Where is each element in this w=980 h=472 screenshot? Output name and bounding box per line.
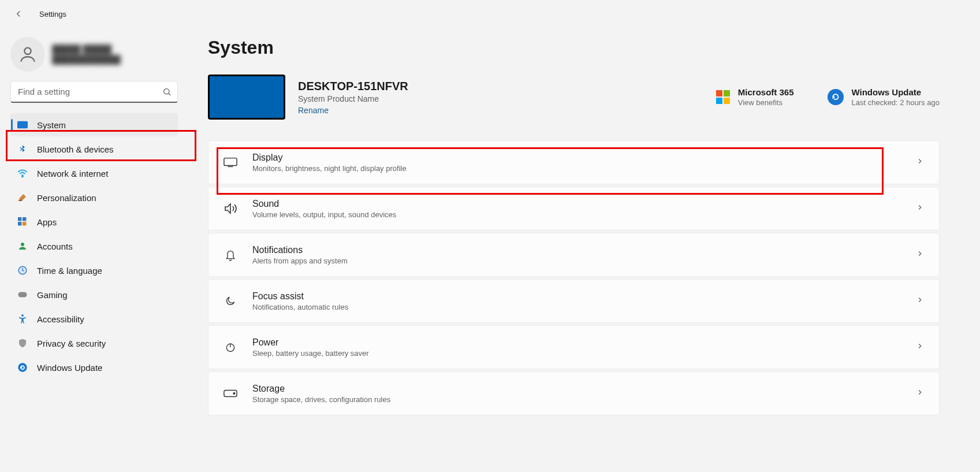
- device-product: System Product Name: [298, 94, 408, 103]
- shield-icon: [17, 338, 28, 348]
- svg-point-0: [24, 48, 31, 54]
- chevron-right-icon: [916, 342, 924, 352]
- gamepad-icon: [17, 289, 28, 300]
- svg-point-12: [21, 314, 24, 317]
- nav-item-label: Personalization: [37, 193, 96, 203]
- apps-icon: [17, 217, 28, 227]
- nav-item-label: Network & internet: [37, 169, 108, 179]
- nav-item-label: Windows Update: [37, 363, 102, 373]
- bluetooth-icon: [17, 144, 28, 154]
- nav-item-windows-update[interactable]: Windows Update: [10, 356, 178, 379]
- chevron-right-icon: [916, 203, 924, 214]
- card-sub: Monitors, brightness, night light, displ…: [252, 164, 901, 173]
- svg-rect-2: [17, 121, 28, 129]
- nav-item-label: Gaming: [37, 290, 68, 300]
- nav-item-bluetooth[interactable]: Bluetooth & devices: [10, 137, 178, 161]
- display-icon: [223, 157, 237, 168]
- card-sub: Sleep, battery usage, battery saver: [252, 349, 901, 358]
- svg-rect-11: [18, 292, 27, 298]
- windows-update-box[interactable]: Windows Update Last checked: 2 hours ago: [828, 87, 940, 107]
- nav-item-network[interactable]: Network & internet: [10, 162, 178, 185]
- nav-item-gaming[interactable]: Gaming: [10, 283, 178, 306]
- device-thumb: [208, 75, 285, 120]
- clock-icon: [17, 265, 28, 276]
- search-input[interactable]: [18, 87, 162, 96]
- card-display[interactable]: Display Monitors, brightness, night ligh…: [208, 140, 940, 184]
- device-info: DESKTOP-151NFVR System Product Name Rena…: [298, 80, 408, 115]
- person-icon: [18, 44, 38, 64]
- nav-item-label: Privacy & security: [37, 339, 106, 348]
- wifi-icon: [17, 168, 28, 179]
- chevron-right-icon: [916, 388, 924, 399]
- card-sub: Alerts from apps and system: [252, 257, 901, 265]
- sound-icon: [223, 203, 237, 214]
- bell-icon: [223, 248, 237, 261]
- nav-item-privacy[interactable]: Privacy & security: [10, 332, 178, 355]
- profile-block[interactable]: █████ █████ ████████████: [10, 37, 178, 72]
- brush-icon: [17, 192, 28, 203]
- svg-rect-5: [18, 217, 21, 221]
- titlebar: Settings: [0, 0, 980, 28]
- profile-text-blurred: █████ █████ ████████████: [52, 44, 121, 65]
- nav-item-accessibility[interactable]: Accessibility: [10, 307, 178, 330]
- avatar: [10, 37, 45, 72]
- card-title: Notifications: [252, 245, 901, 255]
- nav-item-time-language[interactable]: Time & language: [10, 259, 178, 282]
- card-sub: Volume levels, output, input, sound devi…: [252, 210, 901, 219]
- search-icon: [162, 87, 172, 96]
- svg-rect-6: [23, 217, 26, 221]
- card-title: Sound: [252, 199, 901, 209]
- svg-point-13: [18, 363, 27, 371]
- nav-item-personalization[interactable]: Personalization: [10, 186, 178, 209]
- accessibility-icon: [17, 314, 28, 324]
- back-button[interactable]: [12, 7, 25, 21]
- page-title: System: [208, 37, 940, 58]
- card-notifications[interactable]: Notifications Alerts from apps and syste…: [208, 233, 940, 277]
- device-name: DESKTOP-151NFVR: [298, 80, 408, 93]
- nav-item-label: System: [37, 120, 66, 130]
- sidebar: █████ █████ ████████████ System Bluetoot…: [0, 28, 185, 472]
- wu-title: Windows Update: [852, 87, 940, 97]
- svg-rect-14: [224, 158, 237, 166]
- svg-point-17: [233, 393, 235, 395]
- card-title: Power: [252, 337, 901, 348]
- svg-rect-7: [18, 222, 21, 225]
- wu-sub: Last checked: 2 hours ago: [852, 98, 940, 107]
- nav-item-accounts[interactable]: Accounts: [10, 235, 178, 258]
- rename-link[interactable]: Rename: [298, 106, 408, 115]
- microsoft-logo-icon: [716, 90, 730, 104]
- svg-point-1: [164, 88, 169, 94]
- arrow-left-icon: [13, 9, 24, 19]
- settings-cards: Display Monitors, brightness, night ligh…: [208, 140, 940, 415]
- svg-rect-8: [23, 222, 26, 225]
- nav: System Bluetooth & devices Network & int…: [10, 113, 178, 379]
- card-sound[interactable]: Sound Volume levels, output, input, soun…: [208, 187, 940, 231]
- card-title: Storage: [252, 384, 901, 394]
- chevron-right-icon: [916, 296, 924, 306]
- nav-item-apps[interactable]: Apps: [10, 210, 178, 233]
- storage-icon: [223, 389, 237, 397]
- nav-item-system[interactable]: System: [10, 113, 178, 136]
- power-icon: [223, 341, 237, 353]
- moon-icon: [223, 295, 237, 307]
- chevron-right-icon: [916, 250, 924, 260]
- hero-row: DESKTOP-151NFVR System Product Name Rena…: [208, 75, 940, 120]
- main-panel: System DESKTOP-151NFVR System Product Na…: [185, 28, 980, 472]
- chevron-right-icon: [916, 157, 924, 168]
- ms365-box[interactable]: Microsoft 365 View benefits: [716, 87, 794, 107]
- svg-point-9: [21, 243, 24, 246]
- search-box[interactable]: [10, 81, 178, 103]
- app-title: Settings: [39, 10, 66, 18]
- card-sub: Notifications, automatic rules: [252, 303, 901, 311]
- nav-item-label: Apps: [37, 217, 57, 227]
- nav-item-label: Bluetooth & devices: [37, 144, 114, 154]
- card-focus-assist[interactable]: Focus assist Notifications, automatic ru…: [208, 279, 940, 323]
- card-title: Display: [252, 153, 901, 163]
- nav-item-label: Accounts: [37, 241, 73, 251]
- svg-point-3: [22, 176, 23, 177]
- card-power[interactable]: Power Sleep, battery usage, battery save…: [208, 325, 940, 369]
- system-icon: [17, 120, 28, 130]
- update-icon: [828, 89, 844, 105]
- card-storage[interactable]: Storage Storage space, drives, configura…: [208, 371, 940, 415]
- accounts-icon: [17, 241, 28, 251]
